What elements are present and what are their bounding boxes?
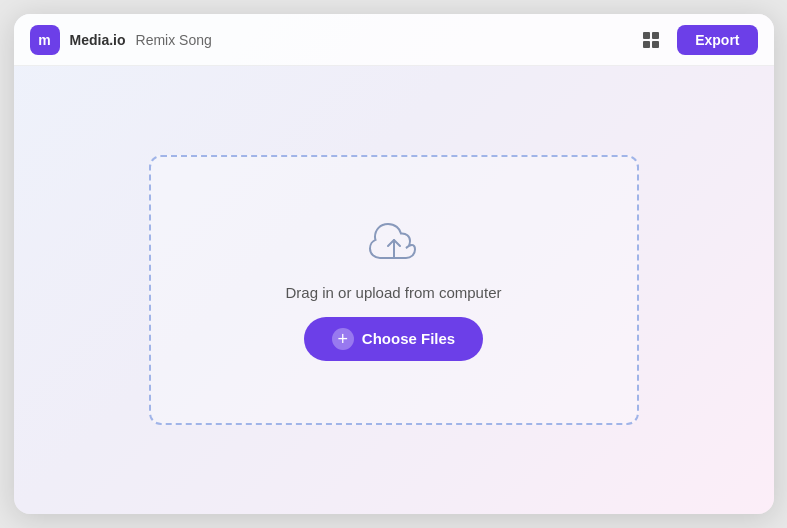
grid-icon [641,30,661,50]
choose-files-button[interactable]: + Choose Files [304,317,483,361]
titlebar: m Media.io Remix Song Export [14,14,774,66]
page-title: Remix Song [136,32,212,48]
drop-zone[interactable]: Drag in or upload from computer + Choose… [149,155,639,425]
svg-rect-1 [652,32,659,39]
svg-rect-2 [643,41,650,48]
plus-icon: + [332,328,354,350]
grid-icon-button[interactable] [637,26,665,54]
drag-text: Drag in or upload from computer [286,284,502,301]
logo-letter: m [38,32,50,48]
upload-cloud-icon [368,220,420,268]
app-name: Media.io [70,32,126,48]
svg-rect-0 [643,32,650,39]
titlebar-left: m Media.io Remix Song [30,25,212,55]
svg-rect-3 [652,41,659,48]
app-logo: m [30,25,60,55]
titlebar-right: Export [637,25,757,55]
export-button[interactable]: Export [677,25,757,55]
main-content: Drag in or upload from computer + Choose… [14,66,774,514]
app-window: m Media.io Remix Song Export [14,14,774,514]
choose-files-label: Choose Files [362,330,455,347]
